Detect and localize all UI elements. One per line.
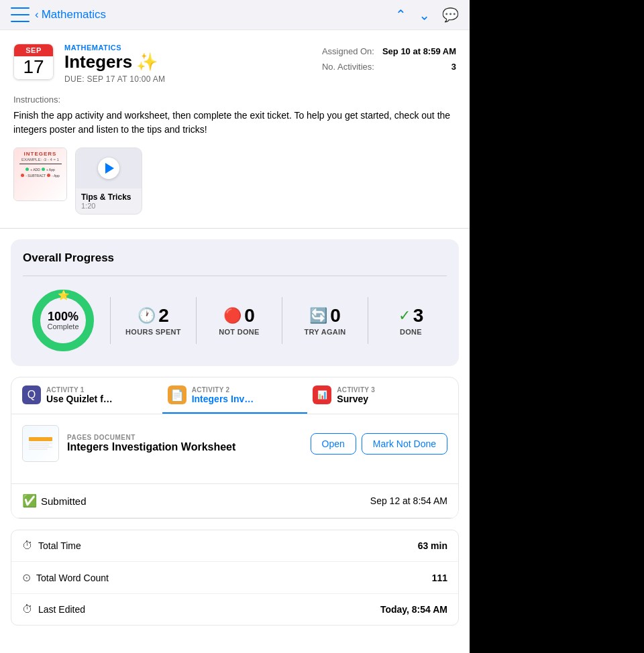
- nav-right: ⌃ ⌃ 💬: [395, 7, 459, 23]
- progress-section: Overall Progress ⭐ 100% Complete: [11, 239, 459, 366]
- tab-activity-3[interactable]: 📊 ACTIVITY 3 Survey: [307, 377, 453, 414]
- document-actions: Open Mark Not Done: [311, 433, 447, 455]
- stats-row-lastedited: ⏱ Last Edited Today, 8:54 AM: [11, 594, 458, 625]
- video-duration: 1:20: [81, 202, 136, 210]
- tab-icon-quizlet: Q: [22, 385, 41, 404]
- title-emoji: ✨: [136, 52, 158, 72]
- not-done-value: 0: [244, 305, 255, 326]
- word-count-label: Total Word Count: [36, 573, 109, 583]
- status-left: ✅ Submitted: [22, 493, 87, 508]
- stat-divider-3: [282, 297, 282, 344]
- try-again-label: TRY AGAIN: [304, 328, 345, 336]
- activities-value: 3: [451, 62, 456, 72]
- donut-label: Complete: [47, 322, 78, 331]
- right-panel: [470, 0, 644, 653]
- activities-label: No. Activities:: [322, 62, 374, 72]
- donut-percent: 100%: [47, 310, 78, 322]
- due-date: DUE: SEP 17 AT 10:00 AM: [64, 74, 311, 84]
- assignment-title: Integers ✨: [64, 52, 311, 72]
- tab-activity-1[interactable]: Q ACTIVITY 1 Use Quizlet for...: [17, 377, 162, 414]
- donut-chart: ⭐ 100% Complete: [23, 287, 103, 354]
- doc-type: PAGES DOCUMENT: [67, 434, 303, 441]
- progress-divider: [23, 276, 447, 276]
- time-icon: ⏱: [22, 540, 33, 552]
- hours-label: HOURS SPENT: [125, 328, 181, 336]
- tab-activity-2[interactable]: 📄 ACTIVITY 2 Integers Investi...: [162, 377, 308, 414]
- progress-stats: ⭐ 100% Complete 🕐 2 HOURS SPENT 🔴: [23, 287, 447, 354]
- tab-3-name: Survey: [337, 394, 375, 404]
- instructions-section: Instructions: Finish the app activity an…: [0, 95, 470, 147]
- assigned-on-row: Assigned On: Sep 10 at 8:59 AM: [322, 46, 456, 56]
- sidebar-toggle-button[interactable]: [11, 7, 30, 22]
- try-again-icon: 🔄: [309, 307, 327, 324]
- document-info: PAGES DOCUMENT Integers Investigation Wo…: [67, 434, 303, 453]
- back-button[interactable]: ‹ Mathematics: [35, 8, 106, 21]
- video-info: Tips & Tricks 1:20: [76, 188, 142, 214]
- doc-name: Integers Investigation Worksheet: [67, 441, 303, 453]
- video-title: Tips & Tricks: [81, 192, 136, 202]
- chevron-left-icon: ‹: [35, 8, 39, 21]
- integers-poster[interactable]: INTEGERS EXAMPLE: -3 - 4 = 1 + ADD + App…: [13, 147, 67, 201]
- status-row: ✅ Submitted Sep 12 at 8:54 AM: [11, 483, 458, 518]
- done-value: 3: [413, 305, 424, 326]
- done-label: DONE: [400, 328, 422, 336]
- instructions-text: Finish the app activity and worksheet, t…: [13, 109, 456, 137]
- mark-not-done-button[interactable]: Mark Not Done: [362, 433, 447, 455]
- activity-content: PAGES DOCUMENT Integers Investigation Wo…: [11, 414, 458, 483]
- not-done-icon: 🔴: [223, 307, 241, 324]
- section-divider: [0, 228, 470, 229]
- total-time-label: Total Time: [38, 540, 81, 551]
- document-thumbnail: [22, 425, 59, 462]
- assignment-header: SEP 17 MATHEMATICS Integers ✨ DUE: SEP 1…: [0, 30, 470, 95]
- back-label: Mathematics: [42, 8, 106, 21]
- chevron-down-icon[interactable]: ⌃: [419, 7, 430, 23]
- lastedited-icon: ⏱: [22, 603, 33, 615]
- stats-row-wordcount: ⊙ Total Word Count 111: [11, 562, 458, 594]
- subject-label: MATHEMATICS: [64, 44, 311, 52]
- video-card[interactable]: Tips & Tricks 1:20: [75, 147, 142, 215]
- nav-left: ‹ Mathematics: [11, 7, 106, 22]
- tab-icon-survey: 📊: [313, 385, 331, 404]
- assigned-on-label: Assigned On:: [322, 46, 374, 56]
- submitted-text: Submitted: [41, 495, 87, 507]
- hours-spent-stat: 🕐 2 HOURS SPENT: [117, 305, 189, 336]
- video-thumbnail: [76, 148, 142, 188]
- progress-title: Overall Progress: [23, 251, 447, 265]
- play-button[interactable]: [98, 158, 119, 179]
- activity-tabs: Q ACTIVITY 1 Use Quizlet for... 📄 ACTIVI…: [11, 377, 458, 414]
- open-button[interactable]: Open: [311, 433, 356, 455]
- stat-divider-1: [110, 297, 111, 344]
- assignment-info: MATHEMATICS Integers ✨ DUE: SEP 17 AT 10…: [64, 44, 311, 84]
- assigned-on-value: Sep 10 at 8:59 AM: [382, 46, 456, 56]
- tab-2-num: ACTIVITY 2: [192, 386, 259, 394]
- play-triangle-icon: [105, 163, 114, 174]
- tab-2-name: Integers Investi...: [192, 394, 259, 404]
- stat-divider-2: [196, 297, 197, 344]
- donut-center: 100% Complete: [47, 310, 78, 331]
- try-again-stat: 🔄 0 TRY AGAIN: [289, 305, 361, 336]
- activities-section: Q ACTIVITY 1 Use Quizlet for... 📄 ACTIVI…: [11, 377, 459, 519]
- tab-icon-pages: 📄: [168, 385, 186, 404]
- top-nav: ‹ Mathematics ⌃ ⌃ 💬: [0, 0, 470, 30]
- stats-row-time: ⏱ Total Time 63 min: [11, 530, 458, 562]
- comment-icon[interactable]: 💬: [442, 7, 459, 23]
- cal-month: SEP: [14, 44, 53, 56]
- cal-day: 17: [14, 56, 53, 79]
- chevron-up-icon[interactable]: ⌃: [395, 7, 407, 23]
- attachments-row: INTEGERS EXAMPLE: -3 - 4 = 1 + ADD + App…: [0, 147, 470, 228]
- tab-1-name: Use Quizlet for...: [46, 394, 113, 404]
- calendar-icon: SEP 17: [13, 44, 54, 80]
- hours-value: 2: [158, 305, 169, 326]
- not-done-label: NOT DONE: [219, 328, 259, 336]
- submitted-date: Sep 12 at 8:54 AM: [370, 495, 447, 506]
- stat-divider-4: [368, 297, 368, 344]
- document-row: PAGES DOCUMENT Integers Investigation Wo…: [22, 425, 447, 462]
- meta-info: Assigned On: Sep 10 at 8:59 AM No. Activ…: [322, 44, 456, 72]
- done-icon: ✓: [398, 307, 411, 324]
- last-edited-label: Last Edited: [38, 604, 85, 615]
- activities-row: No. Activities: 3: [322, 62, 456, 72]
- total-time-value: 63 min: [418, 540, 447, 551]
- donut-star-icon: ⭐: [58, 290, 69, 300]
- instructions-label: Instructions:: [13, 95, 456, 105]
- tab-1-num: ACTIVITY 1: [46, 386, 113, 394]
